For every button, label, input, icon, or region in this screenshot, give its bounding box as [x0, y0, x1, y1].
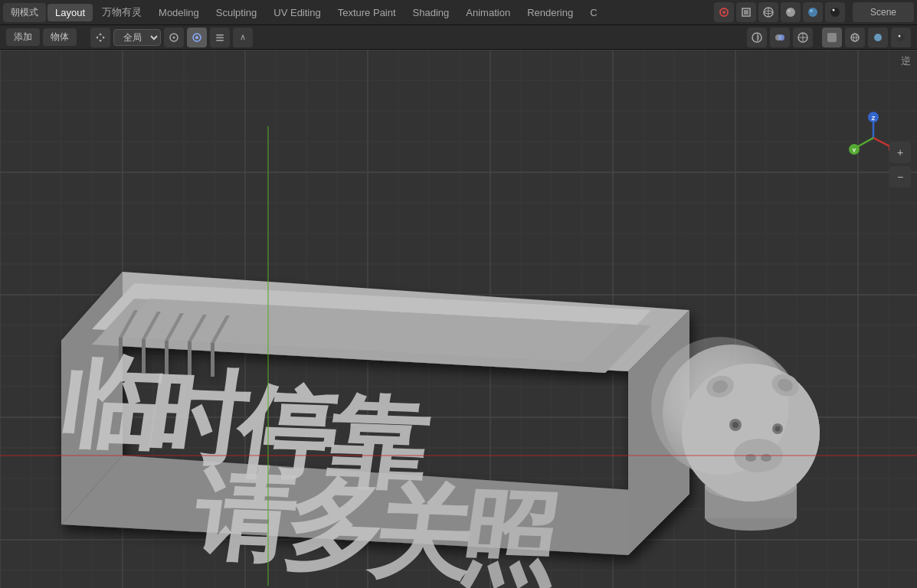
tab-shading[interactable]: Shading: [405, 4, 457, 21]
topbar-right-icons: [714, 2, 845, 22]
svg-text:照: 照: [452, 483, 566, 588]
tab-layout[interactable]: Layout: [47, 4, 93, 21]
svg-point-11: [833, 9, 835, 11]
svg-point-9: [810, 9, 813, 12]
svg-rect-25: [827, 33, 837, 42]
object-button[interactable]: 物体: [43, 28, 77, 46]
shading-solid-icon[interactable]: [781, 2, 801, 22]
svg-point-21: [778, 34, 784, 41]
svg-point-1: [722, 11, 725, 14]
overlay-toggle[interactable]: [770, 28, 790, 47]
transform-space-select[interactable]: 全局: [113, 29, 161, 46]
tab-texture-paint[interactable]: Texture Paint: [330, 4, 404, 21]
gizmo-toggle[interactable]: [793, 28, 813, 47]
svg-point-6: [786, 8, 795, 17]
svg-point-31: [899, 34, 901, 37]
svg-rect-3: [744, 10, 748, 15]
shading-material-icon[interactable]: [803, 2, 823, 22]
viewport-shading-material[interactable]: [868, 28, 888, 47]
tab-wanwulingling[interactable]: 万物有灵: [94, 2, 149, 22]
add-button[interactable]: 添加: [6, 28, 40, 46]
svg-point-15: [195, 36, 198, 39]
tab-uv-editing[interactable]: UV Editing: [266, 4, 328, 21]
snap-icon[interactable]: [164, 28, 184, 47]
svg-rect-17: [216, 37, 224, 38]
shading-rendered-icon[interactable]: [825, 2, 845, 22]
tab-animation[interactable]: Animation: [458, 4, 518, 21]
output-properties-icon[interactable]: [736, 2, 756, 22]
svg-point-29: [874, 34, 882, 41]
viewport-shading-render[interactable]: [891, 28, 911, 47]
mode-button[interactable]: 朝模式: [3, 3, 46, 22]
3d-viewport[interactable]: 逆 Z X Y + −: [0, 50, 917, 588]
snap-options-icon[interactable]: [210, 28, 230, 47]
svg-point-10: [830, 8, 840, 17]
svg-point-87: [732, 422, 739, 428]
tab-modeling[interactable]: Modeling: [151, 4, 207, 21]
toolbar-secondary: 添加 物体 全局 ∧: [0, 25, 917, 50]
svg-point-89: [775, 426, 781, 432]
tab-sculpting[interactable]: Sculpting: [208, 4, 264, 21]
viewport-corner-label: 逆: [901, 54, 911, 68]
viewport-shading-solid[interactable]: [822, 28, 842, 47]
tab-c[interactable]: C: [582, 4, 604, 21]
vertex-snap-icon[interactable]: ∧: [233, 28, 253, 47]
svg-point-8: [808, 8, 817, 17]
proportional-edit-icon[interactable]: [187, 28, 207, 47]
svg-point-7: [788, 9, 791, 12]
3d-model-render: 临 时 停 靠 请 多 关 照: [0, 50, 917, 588]
svg-point-30: [897, 34, 905, 41]
view-overlay-icon[interactable]: [758, 2, 778, 22]
scene-selector[interactable]: Scene: [853, 2, 914, 22]
viewport-shading-toggle[interactable]: [747, 28, 767, 47]
viewport-shading-wireframe[interactable]: [845, 28, 865, 47]
tab-rendering[interactable]: Rendering: [519, 4, 581, 21]
svg-rect-16: [216, 34, 224, 36]
svg-rect-18: [216, 40, 224, 41]
top-menu-bar: 朝模式 Layout 万物有灵 Modeling Sculpting UV Ed…: [0, 0, 917, 25]
transform-icon[interactable]: [90, 28, 110, 47]
render-properties-icon[interactable]: [714, 2, 734, 22]
svg-point-13: [173, 36, 175, 38]
